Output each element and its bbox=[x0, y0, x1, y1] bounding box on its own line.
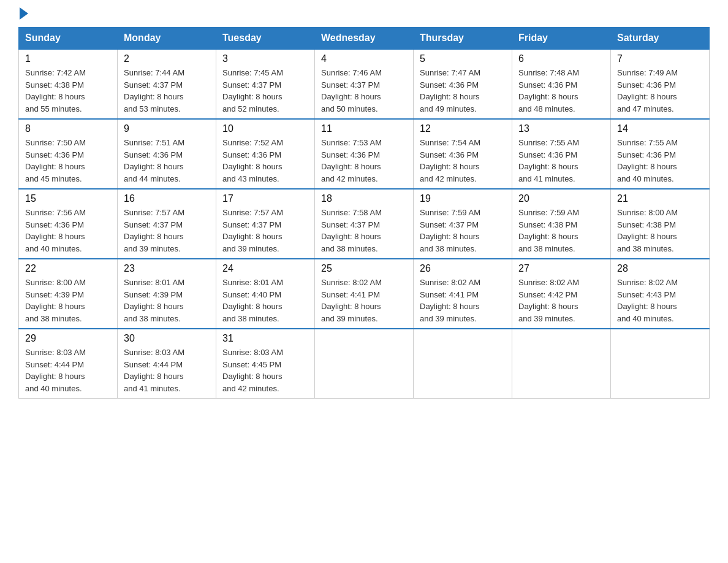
calendar-day-cell: 13 Sunrise: 7:55 AMSunset: 4:36 PMDaylig… bbox=[512, 119, 611, 189]
day-number: 30 bbox=[124, 333, 210, 344]
column-header-sunday: Sunday bbox=[19, 28, 118, 50]
day-number: 9 bbox=[124, 123, 210, 134]
day-number: 20 bbox=[518, 193, 604, 204]
day-number: 3 bbox=[222, 53, 308, 64]
day-number: 8 bbox=[25, 123, 111, 134]
calendar-day-cell: 1 Sunrise: 7:42 AMSunset: 4:38 PMDayligh… bbox=[19, 49, 118, 119]
calendar-day-cell: 18 Sunrise: 7:58 AMSunset: 4:37 PMDaylig… bbox=[315, 189, 414, 259]
calendar-day-cell: 11 Sunrise: 7:53 AMSunset: 4:36 PMDaylig… bbox=[315, 119, 414, 189]
day-info: Sunrise: 7:54 AMSunset: 4:36 PMDaylight:… bbox=[420, 137, 506, 185]
day-number: 13 bbox=[518, 123, 604, 134]
day-info: Sunrise: 7:59 AMSunset: 4:37 PMDaylight:… bbox=[420, 207, 506, 255]
day-info: Sunrise: 8:02 AMSunset: 4:43 PMDaylight:… bbox=[617, 277, 703, 324]
day-number: 18 bbox=[321, 193, 407, 204]
day-info: Sunrise: 7:48 AMSunset: 4:36 PMDaylight:… bbox=[518, 67, 604, 115]
day-info: Sunrise: 8:00 AMSunset: 4:38 PMDaylight:… bbox=[617, 207, 703, 255]
day-number: 17 bbox=[222, 193, 308, 204]
calendar-day-cell: 6 Sunrise: 7:48 AMSunset: 4:36 PMDayligh… bbox=[512, 49, 611, 119]
calendar-day-cell: 3 Sunrise: 7:45 AMSunset: 4:37 PMDayligh… bbox=[216, 49, 315, 119]
day-info: Sunrise: 7:53 AMSunset: 4:36 PMDaylight:… bbox=[321, 137, 407, 185]
day-number: 2 bbox=[124, 53, 210, 64]
day-number: 29 bbox=[25, 333, 111, 344]
calendar-day-cell: 31 Sunrise: 8:03 AMSunset: 4:45 PMDaylig… bbox=[216, 329, 315, 399]
day-number: 1 bbox=[25, 53, 111, 64]
day-info: Sunrise: 8:01 AMSunset: 4:40 PMDaylight:… bbox=[222, 277, 308, 324]
day-info: Sunrise: 8:03 AMSunset: 4:44 PMDaylight:… bbox=[124, 347, 210, 394]
day-number: 4 bbox=[321, 53, 407, 64]
day-number: 31 bbox=[222, 333, 308, 344]
column-header-thursday: Thursday bbox=[414, 28, 512, 50]
calendar-table: SundayMondayTuesdayWednesdayThursdayFrid… bbox=[18, 27, 710, 399]
day-info: Sunrise: 7:45 AMSunset: 4:37 PMDaylight:… bbox=[222, 67, 308, 115]
column-header-monday: Monday bbox=[118, 28, 216, 50]
calendar-empty-cell bbox=[414, 329, 512, 399]
calendar-day-cell: 19 Sunrise: 7:59 AMSunset: 4:37 PMDaylig… bbox=[414, 189, 512, 259]
calendar-day-cell: 27 Sunrise: 8:02 AMSunset: 4:42 PMDaylig… bbox=[512, 259, 611, 329]
day-number: 10 bbox=[222, 123, 308, 134]
day-number: 27 bbox=[518, 263, 604, 274]
day-info: Sunrise: 7:57 AMSunset: 4:37 PMDaylight:… bbox=[124, 207, 210, 255]
day-number: 7 bbox=[617, 53, 703, 64]
calendar-day-cell: 7 Sunrise: 7:49 AMSunset: 4:36 PMDayligh… bbox=[611, 49, 710, 119]
day-info: Sunrise: 7:59 AMSunset: 4:38 PMDaylight:… bbox=[518, 207, 604, 255]
page-header bbox=[18, 12, 710, 17]
column-header-tuesday: Tuesday bbox=[216, 28, 315, 50]
day-number: 19 bbox=[420, 193, 506, 204]
calendar-week-row: 22 Sunrise: 8:00 AMSunset: 4:39 PMDaylig… bbox=[19, 259, 710, 329]
logo bbox=[18, 12, 28, 17]
calendar-day-cell: 20 Sunrise: 7:59 AMSunset: 4:38 PMDaylig… bbox=[512, 189, 611, 259]
calendar-day-cell: 22 Sunrise: 8:00 AMSunset: 4:39 PMDaylig… bbox=[19, 259, 118, 329]
day-number: 23 bbox=[124, 263, 210, 274]
calendar-day-cell: 15 Sunrise: 7:56 AMSunset: 4:36 PMDaylig… bbox=[19, 189, 118, 259]
calendar-day-cell: 23 Sunrise: 8:01 AMSunset: 4:39 PMDaylig… bbox=[118, 259, 216, 329]
day-info: Sunrise: 8:02 AMSunset: 4:42 PMDaylight:… bbox=[518, 277, 604, 324]
day-info: Sunrise: 7:57 AMSunset: 4:37 PMDaylight:… bbox=[222, 207, 308, 255]
day-number: 16 bbox=[124, 193, 210, 204]
calendar-day-cell: 14 Sunrise: 7:55 AMSunset: 4:36 PMDaylig… bbox=[611, 119, 710, 189]
calendar-empty-cell bbox=[315, 329, 414, 399]
day-number: 6 bbox=[518, 53, 604, 64]
day-number: 12 bbox=[420, 123, 506, 134]
day-info: Sunrise: 7:46 AMSunset: 4:37 PMDaylight:… bbox=[321, 67, 407, 115]
day-info: Sunrise: 7:56 AMSunset: 4:36 PMDaylight:… bbox=[25, 207, 111, 255]
day-number: 28 bbox=[617, 263, 703, 274]
day-info: Sunrise: 7:55 AMSunset: 4:36 PMDaylight:… bbox=[617, 137, 703, 185]
calendar-day-cell: 9 Sunrise: 7:51 AMSunset: 4:36 PMDayligh… bbox=[118, 119, 216, 189]
calendar-day-cell: 4 Sunrise: 7:46 AMSunset: 4:37 PMDayligh… bbox=[315, 49, 414, 119]
calendar-week-row: 1 Sunrise: 7:42 AMSunset: 4:38 PMDayligh… bbox=[19, 49, 710, 119]
day-info: Sunrise: 8:00 AMSunset: 4:39 PMDaylight:… bbox=[25, 277, 111, 324]
day-info: Sunrise: 7:52 AMSunset: 4:36 PMDaylight:… bbox=[222, 137, 308, 185]
day-number: 15 bbox=[25, 193, 111, 204]
column-header-wednesday: Wednesday bbox=[315, 28, 414, 50]
calendar-day-cell: 5 Sunrise: 7:47 AMSunset: 4:36 PMDayligh… bbox=[414, 49, 512, 119]
calendar-day-cell: 26 Sunrise: 8:02 AMSunset: 4:41 PMDaylig… bbox=[414, 259, 512, 329]
column-header-saturday: Saturday bbox=[611, 28, 710, 50]
day-info: Sunrise: 7:49 AMSunset: 4:36 PMDaylight:… bbox=[617, 67, 703, 115]
day-info: Sunrise: 7:47 AMSunset: 4:36 PMDaylight:… bbox=[420, 67, 506, 115]
calendar-day-cell: 16 Sunrise: 7:57 AMSunset: 4:37 PMDaylig… bbox=[118, 189, 216, 259]
calendar-day-cell: 10 Sunrise: 7:52 AMSunset: 4:36 PMDaylig… bbox=[216, 119, 315, 189]
calendar-day-cell: 17 Sunrise: 7:57 AMSunset: 4:37 PMDaylig… bbox=[216, 189, 315, 259]
day-info: Sunrise: 8:03 AMSunset: 4:45 PMDaylight:… bbox=[222, 347, 308, 394]
column-header-friday: Friday bbox=[512, 28, 611, 50]
day-info: Sunrise: 7:58 AMSunset: 4:37 PMDaylight:… bbox=[321, 207, 407, 255]
day-info: Sunrise: 8:03 AMSunset: 4:44 PMDaylight:… bbox=[25, 347, 111, 394]
day-number: 25 bbox=[321, 263, 407, 274]
calendar-day-cell: 12 Sunrise: 7:54 AMSunset: 4:36 PMDaylig… bbox=[414, 119, 512, 189]
day-number: 26 bbox=[420, 263, 506, 274]
calendar-day-cell: 29 Sunrise: 8:03 AMSunset: 4:44 PMDaylig… bbox=[19, 329, 118, 399]
day-number: 21 bbox=[617, 193, 703, 204]
calendar-week-row: 29 Sunrise: 8:03 AMSunset: 4:44 PMDaylig… bbox=[19, 329, 710, 399]
day-info: Sunrise: 7:44 AMSunset: 4:37 PMDaylight:… bbox=[124, 67, 210, 115]
calendar-week-row: 15 Sunrise: 7:56 AMSunset: 4:36 PMDaylig… bbox=[19, 189, 710, 259]
day-number: 11 bbox=[321, 123, 407, 134]
day-number: 14 bbox=[617, 123, 703, 134]
calendar-empty-cell bbox=[611, 329, 710, 399]
calendar-day-cell: 25 Sunrise: 8:02 AMSunset: 4:41 PMDaylig… bbox=[315, 259, 414, 329]
day-number: 22 bbox=[25, 263, 111, 274]
day-info: Sunrise: 7:50 AMSunset: 4:36 PMDaylight:… bbox=[25, 137, 111, 185]
calendar-day-cell: 8 Sunrise: 7:50 AMSunset: 4:36 PMDayligh… bbox=[19, 119, 118, 189]
calendar-day-cell: 24 Sunrise: 8:01 AMSunset: 4:40 PMDaylig… bbox=[216, 259, 315, 329]
calendar-week-row: 8 Sunrise: 7:50 AMSunset: 4:36 PMDayligh… bbox=[19, 119, 710, 189]
day-info: Sunrise: 7:51 AMSunset: 4:36 PMDaylight:… bbox=[124, 137, 210, 185]
